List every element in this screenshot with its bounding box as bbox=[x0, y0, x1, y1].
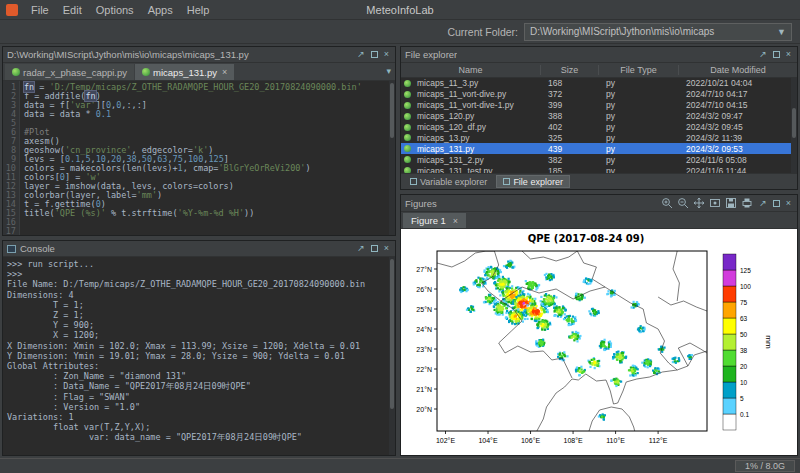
qpe-map-chart[interactable]: QPE (2017-08-24 09)102°E104°E106°E108°E1… bbox=[401, 229, 797, 455]
column-header-size[interactable]: Size bbox=[541, 65, 599, 75]
tab-file-explorer[interactable]: File explorer bbox=[496, 175, 570, 188]
file-name: micaps_131_2.py bbox=[413, 155, 544, 165]
maximize-panel-icon[interactable] bbox=[773, 51, 780, 58]
file-size: 185 bbox=[544, 166, 602, 173]
file-row[interactable]: micaps_11_vort-dive-1.py399py2024/7/10 0… bbox=[401, 100, 797, 111]
svg-text:38: 38 bbox=[740, 347, 748, 354]
svg-text:22°N: 22°N bbox=[416, 366, 432, 373]
left-column: D:\Working\MIScript\Jython\mis\io\micaps… bbox=[2, 46, 396, 456]
menu-help[interactable]: Help bbox=[180, 2, 217, 18]
file-row[interactable]: micaps_131_test.py185py2024/11/6 11:44 bbox=[401, 165, 797, 173]
float-panel-icon[interactable]: ↗ bbox=[757, 199, 769, 208]
zoom-in-icon[interactable] bbox=[660, 197, 673, 210]
console-line: var: data_name = "QPE2017年08月24日09时QPE" bbox=[7, 432, 391, 442]
file-modified: 2024/7/10 04:17 bbox=[682, 89, 797, 99]
menu-apps[interactable]: Apps bbox=[141, 2, 180, 18]
figures-panel-header: Figures ↗ × bbox=[401, 195, 797, 212]
maximize-panel-icon[interactable] bbox=[773, 200, 780, 207]
float-panel-icon[interactable]: ↗ bbox=[757, 50, 769, 59]
file-explorer-header: File explorer ↗ × bbox=[401, 47, 797, 63]
file-table-header: NameSizeFile TypeDate Modified bbox=[401, 63, 797, 78]
python-file-icon bbox=[404, 145, 411, 152]
console-line: Variations: 1 bbox=[7, 412, 391, 422]
print-icon[interactable] bbox=[740, 197, 753, 210]
close-panel-icon[interactable]: × bbox=[784, 199, 793, 208]
file-modified: 2024/11/6 05:08 bbox=[682, 155, 797, 165]
float-panel-icon[interactable]: ↗ bbox=[355, 244, 367, 253]
svg-text:112°E: 112°E bbox=[649, 437, 668, 444]
svg-text:108°E: 108°E bbox=[563, 437, 582, 444]
close-panel-icon[interactable]: × bbox=[382, 244, 391, 253]
explorer-bottom-tabs: Variable explorerFile explorer bbox=[401, 173, 797, 189]
console-output[interactable]: >>> run script...>>> File Name: D:/Temp/… bbox=[3, 257, 395, 455]
figures-toolbar bbox=[660, 197, 753, 210]
current-folder-label: Current Folder: bbox=[447, 26, 518, 38]
maximize-panel-icon[interactable] bbox=[371, 51, 378, 58]
close-panel-icon[interactable]: × bbox=[784, 50, 793, 59]
file-row[interactable]: micaps_120.py388py2024/3/2 09:47 bbox=[401, 111, 797, 122]
editor-scrollbar[interactable] bbox=[389, 81, 395, 235]
file-size: 388 bbox=[544, 111, 602, 121]
file-row[interactable]: micaps_131.py439py2024/3/2 09:53 bbox=[401, 143, 797, 154]
code-text[interactable]: fn = 'D:/Temp/micaps/Z_OTHE_RADAMQPE_HOU… bbox=[20, 81, 395, 235]
svg-text:100: 100 bbox=[740, 283, 751, 290]
file-table-scrollbar[interactable] bbox=[791, 78, 797, 173]
file-modified: 2024/11/6 11:44 bbox=[682, 166, 797, 173]
svg-text:104°E: 104°E bbox=[478, 437, 497, 444]
file-row[interactable]: micaps_131_2.py382py2024/11/6 05:08 bbox=[401, 154, 797, 165]
editor-tab[interactable]: radar_x_phase_cappi.py bbox=[5, 64, 134, 80]
console-line: : Zon_Name = "diamond 131" bbox=[7, 371, 391, 381]
code-editor[interactable]: 1234567891011121314151617 fn = 'D:/Temp/… bbox=[3, 81, 395, 235]
file-name: micaps_11_3.py bbox=[413, 78, 544, 88]
file-type: py bbox=[602, 111, 682, 121]
menu-options[interactable]: Options bbox=[89, 2, 141, 18]
file-type: py bbox=[602, 166, 682, 173]
figure-tab-label: Figure 1 bbox=[411, 215, 446, 226]
file-table-body: micaps_11_3.py168py2022/10/21 04:04micap… bbox=[401, 78, 797, 173]
maximize-panel-icon[interactable] bbox=[371, 245, 378, 252]
editor-tab-bar: radar_x_phase_cappi.pymicaps_131.py×▾ bbox=[3, 63, 395, 81]
memory-indicator[interactable]: 1% / 8.0G bbox=[735, 460, 795, 472]
svg-text:63: 63 bbox=[740, 315, 748, 322]
full-extent-icon[interactable] bbox=[708, 197, 721, 210]
save-icon[interactable] bbox=[724, 197, 737, 210]
console-scrollbar[interactable] bbox=[389, 257, 395, 455]
file-type: py bbox=[602, 89, 682, 99]
pan-icon[interactable] bbox=[692, 197, 705, 210]
svg-text:27°N: 27°N bbox=[416, 266, 432, 273]
svg-text:10: 10 bbox=[740, 379, 748, 386]
editor-panel: D:\Working\MIScript\Jython\mis\io\micaps… bbox=[2, 46, 396, 236]
file-row[interactable]: micaps_11_vort-dive.py372py2024/7/10 04:… bbox=[401, 89, 797, 100]
console-line: Z = 1; bbox=[7, 310, 391, 320]
file-row[interactable]: micaps_120_df.py402py2024/3/2 09:45 bbox=[401, 122, 797, 133]
column-header-name[interactable]: Name bbox=[401, 65, 541, 75]
current-folder-combobox[interactable]: D:\Working\MIScript\Jython\mis\io\micaps… bbox=[524, 23, 792, 41]
close-panel-icon[interactable]: × bbox=[382, 50, 391, 59]
file-size: 325 bbox=[544, 133, 602, 143]
editor-tab[interactable]: micaps_131.py× bbox=[135, 64, 234, 80]
chevron-down-icon[interactable]: ▼ bbox=[777, 27, 786, 37]
close-tab-icon[interactable]: × bbox=[222, 67, 227, 77]
file-row[interactable]: micaps_11_3.py168py2022/10/21 04:04 bbox=[401, 78, 797, 89]
menu-edit[interactable]: Edit bbox=[56, 2, 89, 18]
svg-text:106°E: 106°E bbox=[521, 437, 540, 444]
tabs-overflow-icon[interactable]: ▾ bbox=[384, 67, 393, 76]
python-file-icon bbox=[142, 68, 150, 76]
svg-text:QPE (2017-08-24 09): QPE (2017-08-24 09) bbox=[528, 233, 645, 244]
menu-file[interactable]: File bbox=[24, 2, 56, 18]
python-file-icon bbox=[404, 134, 411, 141]
python-file-icon bbox=[404, 167, 411, 173]
toolbar: Current Folder: D:\Working\MIScript\Jyth… bbox=[0, 20, 800, 44]
file-size: 399 bbox=[544, 100, 602, 110]
column-header-file-type[interactable]: File Type bbox=[599, 65, 679, 75]
column-header-date-modified[interactable]: Date Modified bbox=[679, 65, 797, 75]
tab-figure-1[interactable]: Figure 1 × bbox=[403, 213, 466, 228]
file-row[interactable]: micaps_13.py325py2024/3/2 11:39 bbox=[401, 132, 797, 143]
figure-canvas[interactable]: QPE (2017-08-24 09)102°E104°E106°E108°E1… bbox=[401, 229, 797, 456]
close-tab-icon[interactable]: × bbox=[453, 216, 458, 226]
file-modified: 2024/7/10 04:15 bbox=[682, 100, 797, 110]
zoom-out-icon[interactable] bbox=[676, 197, 689, 210]
tab-variable-explorer[interactable]: Variable explorer bbox=[404, 175, 493, 188]
float-panel-icon[interactable]: ↗ bbox=[355, 50, 367, 59]
console-line: : Data_Name = "QPE2017年08月24日09时QPE" bbox=[7, 381, 391, 391]
